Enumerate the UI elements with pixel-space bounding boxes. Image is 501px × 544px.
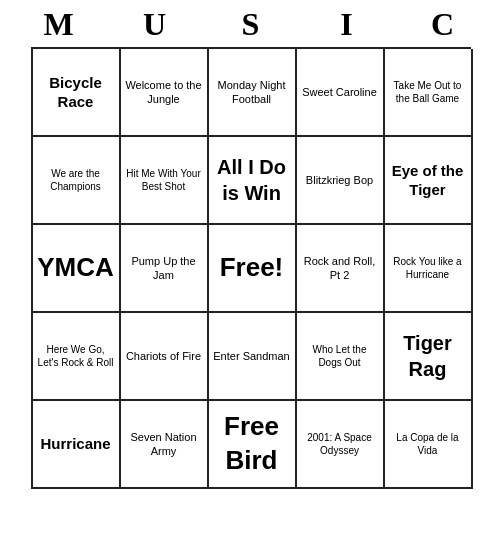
bingo-cell: Pump Up the Jam [121,225,209,313]
bingo-cell: Free Bird [209,401,297,489]
bingo-cell: Rock You like a Hurricane [385,225,473,313]
bingo-cell: Rock and Roll, Pt 2 [297,225,385,313]
bingo-cell: 2001: A Space Odyssey [297,401,385,489]
bingo-cell: Chariots of Fire [121,313,209,401]
bingo-cell: Bicycle Race [33,49,121,137]
bingo-cell: Eye of the Tiger [385,137,473,225]
bingo-cell: YMCA [33,225,121,313]
bingo-cell: Sweet Caroline [297,49,385,137]
bingo-cell: Free! [209,225,297,313]
bingo-cell: Who Let the Dogs Out [297,313,385,401]
title-letter: U [111,6,199,43]
bingo-cell: Seven Nation Army [121,401,209,489]
bingo-cell: Hit Me With Your Best Shot [121,137,209,225]
title-letter: I [303,6,391,43]
bingo-cell: La Copa de la Vida [385,401,473,489]
bingo-cell: All I Do is Win [209,137,297,225]
bingo-cell: Hurricane [33,401,121,489]
bingo-cell: Tiger Rag [385,313,473,401]
bingo-grid: Bicycle RaceWelcome to the JungleMonday … [31,47,471,489]
bingo-cell: Welcome to the Jungle [121,49,209,137]
bingo-cell: We are the Champions [33,137,121,225]
title-row: MUSIC [11,0,491,47]
title-letter: M [15,6,103,43]
bingo-cell: Monday Night Football [209,49,297,137]
bingo-cell: Here We Go, Let's Rock & Roll [33,313,121,401]
title-letter: C [399,6,487,43]
bingo-cell: Take Me Out to the Ball Game [385,49,473,137]
title-letter: S [207,6,295,43]
bingo-cell: Blitzkrieg Bop [297,137,385,225]
bingo-cell: Enter Sandman [209,313,297,401]
